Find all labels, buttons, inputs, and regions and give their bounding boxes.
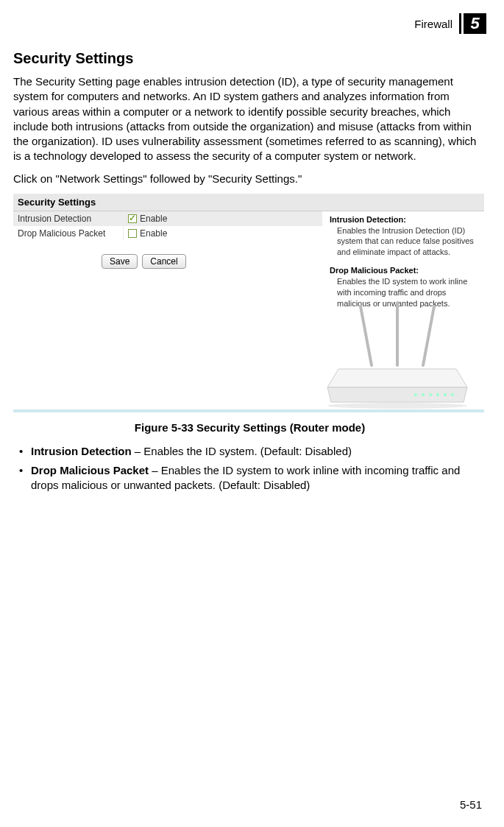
label-drop-malicious: Drop Malicious Packet <box>13 226 124 241</box>
svg-point-10 <box>451 393 454 396</box>
help-body-intrusion: Enables the Intrusion Detection (ID) sys… <box>330 225 480 258</box>
page-header: Firewall 5 <box>13 13 486 34</box>
cancel-button[interactable]: Cancel <box>142 254 185 269</box>
bullet-list: Intrusion Detection – Enables the ID sys… <box>19 444 483 493</box>
panel-title: Security Settings <box>13 194 484 211</box>
save-button[interactable]: Save <box>102 254 138 269</box>
svg-point-7 <box>429 393 432 396</box>
nav-instruction: Click on "Network Settings" followed by … <box>13 172 486 186</box>
settings-screenshot: Security Settings Intrusion Detection En… <box>13 194 484 412</box>
section-title: Security Settings <box>13 50 486 67</box>
router-illustration <box>316 299 478 409</box>
header-section: Firewall <box>414 18 452 30</box>
help-panel: Intrusion Detection: Enables the Intrusi… <box>322 211 484 312</box>
svg-point-5 <box>414 393 417 396</box>
checkbox-drop-malicious[interactable] <box>128 229 137 238</box>
checkbox-intrusion-detection[interactable] <box>128 214 137 223</box>
help-title-drop: Drop Malicious Packet: <box>330 266 419 275</box>
help-title-intrusion: Intrusion Detection: <box>330 215 406 224</box>
separator <box>13 409 484 412</box>
figure-caption: Figure 5-33 Security Settings (Router mo… <box>13 421 486 434</box>
bullet-intrusion: Intrusion Detection – Enables the ID sys… <box>19 444 483 459</box>
setting-row-drop-malicious: Drop Malicious Packet Enable <box>13 226 322 241</box>
page-number: 5-51 <box>460 798 482 811</box>
svg-line-0 <box>361 306 372 365</box>
setting-row-intrusion: Intrusion Detection Enable <box>13 211 322 226</box>
svg-line-2 <box>423 306 434 365</box>
checkbox-label-enable: Enable <box>140 214 167 224</box>
svg-point-6 <box>422 393 425 396</box>
svg-point-9 <box>444 393 447 396</box>
svg-point-8 <box>436 393 439 396</box>
svg-point-11 <box>327 403 467 409</box>
bullet-drop-term: Drop Malicious Packet <box>31 464 149 476</box>
bullet-drop-malicious: Drop Malicious Packet – Enables the ID s… <box>19 463 483 493</box>
chapter-badge: 5 <box>461 13 486 34</box>
svg-marker-3 <box>327 369 467 387</box>
settings-column: Intrusion Detection Enable Drop Maliciou… <box>13 211 322 312</box>
bullet-intrusion-term: Intrusion Detection <box>31 445 132 457</box>
checkbox-label-enable: Enable <box>140 228 167 239</box>
bullet-intrusion-desc: – Enables the ID system. (Default: Disab… <box>132 445 352 457</box>
label-intrusion-detection: Intrusion Detection <box>13 211 124 226</box>
intro-paragraph: The Security Setting page enables intrus… <box>13 74 486 164</box>
